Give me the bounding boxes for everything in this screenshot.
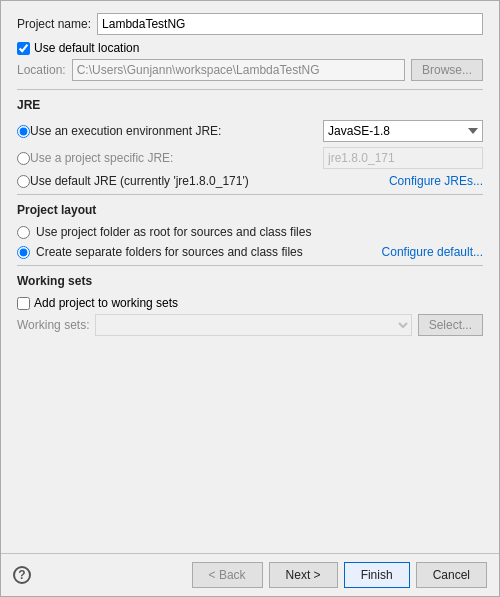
- project-name-label: Project name:: [17, 17, 91, 31]
- working-sets-title: Working sets: [17, 274, 483, 288]
- configure-default-link[interactable]: Configure default...: [382, 245, 483, 259]
- jre-specific-dropdown[interactable]: jre1.8.0_171: [323, 147, 483, 169]
- jre-option1-row: Use an execution environment JRE: JavaSE…: [17, 120, 483, 142]
- layout-divider: [17, 194, 483, 195]
- jre-divider: [17, 89, 483, 90]
- layout-separate-radio[interactable]: [17, 246, 30, 259]
- working-sets-divider: [17, 265, 483, 266]
- jre-section-title: JRE: [17, 98, 483, 112]
- project-name-row: Project name:: [17, 13, 483, 35]
- help-button[interactable]: ?: [13, 566, 31, 584]
- layout-root-radio[interactable]: [17, 226, 30, 239]
- next-button[interactable]: Next >: [269, 562, 338, 588]
- dialog-content: Project name: Use default location Locat…: [1, 1, 499, 553]
- layout-option1-row: Use project folder as root for sources a…: [17, 225, 483, 239]
- working-sets-select-button[interactable]: Select...: [418, 314, 483, 336]
- jre-default-radio[interactable]: [17, 175, 30, 188]
- jre-env-radio[interactable]: [17, 125, 30, 138]
- new-java-project-dialog: Project name: Use default location Locat…: [0, 0, 500, 597]
- default-location-row: Use default location: [17, 41, 483, 55]
- add-working-sets-checkbox[interactable]: [17, 297, 30, 310]
- layout-root-label[interactable]: Use project folder as root for sources a…: [36, 225, 483, 239]
- location-row: Location: Browse...: [17, 59, 483, 81]
- location-label: Location:: [17, 63, 66, 77]
- project-name-input[interactable]: [97, 13, 483, 35]
- working-sets-input-row: Working sets: Select...: [17, 314, 483, 336]
- back-button[interactable]: < Back: [192, 562, 263, 588]
- add-working-sets-label[interactable]: Add project to working sets: [34, 296, 178, 310]
- configure-jres-link[interactable]: Configure JREs...: [389, 174, 483, 188]
- finish-button[interactable]: Finish: [344, 562, 410, 588]
- default-location-label[interactable]: Use default location: [34, 41, 139, 55]
- project-layout-title: Project layout: [17, 203, 483, 217]
- location-input: [72, 59, 405, 81]
- working-sets-dropdown[interactable]: [95, 314, 411, 336]
- jre-specific-radio[interactable]: [17, 152, 30, 165]
- default-location-checkbox[interactable]: [17, 42, 30, 55]
- jre-specific-row: Use a project specific JRE: jre1.8.0_171: [17, 147, 483, 169]
- add-working-sets-row: Add project to working sets: [17, 296, 483, 310]
- browse-button[interactable]: Browse...: [411, 59, 483, 81]
- layout-separate-label[interactable]: Create separate folders for sources and …: [36, 245, 382, 259]
- jre-env-label[interactable]: Use an execution environment JRE:: [30, 124, 317, 138]
- jre-specific-label[interactable]: Use a project specific JRE:: [30, 151, 317, 165]
- cancel-button[interactable]: Cancel: [416, 562, 487, 588]
- jre-env-dropdown[interactable]: JavaSE-1.8: [323, 120, 483, 142]
- jre-default-label[interactable]: Use default JRE (currently 'jre1.8.0_171…: [30, 174, 381, 188]
- layout-option2-row: Create separate folders for sources and …: [17, 245, 483, 259]
- bottom-bar: ? < Back Next > Finish Cancel: [1, 553, 499, 596]
- working-sets-label: Working sets:: [17, 318, 89, 332]
- jre-default-row: Use default JRE (currently 'jre1.8.0_171…: [17, 174, 483, 188]
